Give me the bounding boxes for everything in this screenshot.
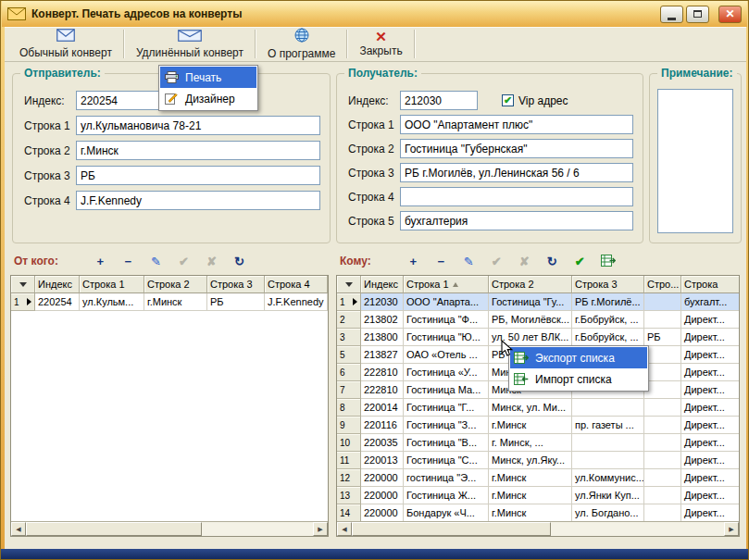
grid-cell[interactable] xyxy=(644,399,681,417)
grid-cell[interactable]: Минск, ул.Яку... xyxy=(489,452,572,469)
grid-cell[interactable]: 220000 xyxy=(361,504,404,521)
field-input[interactable] xyxy=(76,116,320,135)
grid-cell[interactable]: Директ... xyxy=(681,311,739,329)
grid-cell[interactable]: 220000 xyxy=(361,487,404,504)
grid-cell[interactable]: Гостиница "В... xyxy=(404,434,489,452)
scroll-track[interactable] xyxy=(26,522,313,536)
grid-cell[interactable]: г.Минск xyxy=(489,417,572,434)
scroll-left-button[interactable]: ◀ xyxy=(11,522,26,536)
grid-cell[interactable]: г.Минск xyxy=(489,487,572,504)
column-header[interactable]: Индекс xyxy=(35,276,80,293)
column-header[interactable]: Строка 2 xyxy=(144,276,207,293)
grid-cell[interactable] xyxy=(644,346,681,364)
column-header[interactable]: Строка 4 xyxy=(265,276,328,293)
export-tool-icon[interactable] xyxy=(601,255,615,268)
grid-cell[interactable] xyxy=(644,381,681,399)
grid-cell[interactable] xyxy=(644,311,681,329)
grid-cell[interactable]: г. Минск, ... xyxy=(489,434,572,452)
grid-cell[interactable]: Директ... xyxy=(681,452,739,469)
sender-index-input[interactable] xyxy=(76,91,169,110)
grid-row[interactable]: 8220014Гостиница "Г...Минск, ул. Ми...Ди… xyxy=(337,399,739,417)
grid-cell[interactable]: Директ... xyxy=(681,434,739,452)
grid-cell[interactable]: ул.Кульм... xyxy=(80,293,144,311)
grid-cell[interactable]: Директ... xyxy=(681,364,739,381)
menu-item[interactable]: Печать xyxy=(160,67,256,88)
grid-row[interactable]: 11220013Гостиница "С...Минск, ул.Яку...Д… xyxy=(337,452,739,469)
grid-cell[interactable]: 212030 xyxy=(361,293,404,311)
apply-tool-icon[interactable]: ✔ xyxy=(573,255,587,268)
grid-cell[interactable]: РБ xyxy=(207,293,265,311)
grid-cell[interactable]: РБ г.Могилё... xyxy=(572,293,644,311)
grid-cell[interactable] xyxy=(644,452,681,469)
menu-item[interactable]: Экспорт списка xyxy=(510,347,647,368)
to-grid[interactable]: ИндексСтрока 1Строка 2Строка 3Стро...Стр… xyxy=(336,275,740,537)
exit-button[interactable]: ✕ Закрыть xyxy=(350,28,411,60)
grid-cell[interactable]: РБ xyxy=(644,329,681,346)
scroll-left-button[interactable]: ◀ xyxy=(337,522,352,536)
field-input[interactable] xyxy=(400,211,633,230)
grid-row[interactable]: 10220035Гостиница "В...г. Минск, ...Дире… xyxy=(337,434,739,452)
grid-cell[interactable] xyxy=(644,487,681,504)
cancel-tool-icon[interactable]: ✘ xyxy=(518,255,531,268)
grid-cell[interactable]: Гостиница "З... xyxy=(404,417,489,434)
column-header[interactable]: Строка 1 xyxy=(80,276,144,293)
grid-cell[interactable]: ул.Янки Куп... xyxy=(572,487,644,504)
from-grid[interactable]: ИндексСтрока 1Строка 2Строка 3Строка 412… xyxy=(10,275,329,537)
grid-cell[interactable]: ОАО «Отель ... xyxy=(404,346,489,364)
grid-cell[interactable]: ООО "Апарта... xyxy=(404,293,489,311)
scroll-thumb[interactable] xyxy=(352,522,551,536)
grid-cell[interactable]: ул.Коммунис... xyxy=(572,469,644,487)
note-memo[interactable] xyxy=(657,89,733,233)
field-input[interactable] xyxy=(76,141,320,160)
grid-cell[interactable]: Гостиница "Ф... xyxy=(404,311,489,329)
minimize-button[interactable] xyxy=(660,6,683,23)
remove-tool-icon[interactable]: − xyxy=(434,255,448,268)
grid-row[interactable]: 1220254ул.Кульм...г.МинскРБJ.F.Kennedy xyxy=(11,293,328,311)
grid-cell[interactable]: г.Минск xyxy=(489,504,572,521)
grid-row[interactable]: 2213802Гостиница "Ф...РБ, Могилёвск...г.… xyxy=(337,311,739,329)
normal-envelope-button[interactable]: Обычный конверт xyxy=(10,28,121,60)
grid-cell[interactable]: Директ... xyxy=(681,487,739,504)
grid-cell[interactable]: 220013 xyxy=(361,452,404,469)
grid-cell[interactable]: 220116 xyxy=(361,417,404,434)
grid-cell[interactable]: пр. газеты ... xyxy=(572,417,644,434)
confirm-tool-icon[interactable]: ✔ xyxy=(177,255,191,268)
grid-cell[interactable]: Директ... xyxy=(681,399,739,417)
grid-cell[interactable]: 222810 xyxy=(361,381,404,399)
grid-cell[interactable] xyxy=(572,399,644,417)
grid-cell[interactable] xyxy=(572,452,644,469)
column-header[interactable]: Стро... xyxy=(644,276,681,293)
grid-cell[interactable]: гостиница "Э... xyxy=(404,469,489,487)
grid-cell[interactable]: J.F.Kennedy xyxy=(265,293,328,311)
grid-cell[interactable]: Бондарук «Ч... xyxy=(404,504,489,521)
column-header[interactable]: Индекс xyxy=(361,276,404,293)
grid-cell[interactable] xyxy=(644,504,681,521)
field-input[interactable] xyxy=(76,166,320,185)
grid-cell[interactable]: 213800 xyxy=(361,329,404,346)
grid-cell[interactable]: 222810 xyxy=(361,364,404,381)
field-input[interactable] xyxy=(400,187,633,206)
grid-cell[interactable]: Гостиница «У... xyxy=(404,364,489,381)
grid-cell[interactable] xyxy=(644,293,681,311)
grid-cell[interactable]: Директ... xyxy=(681,504,739,521)
menu-item[interactable]: Импорт списка xyxy=(510,368,647,390)
grid-cell[interactable]: бухгалт... xyxy=(681,293,739,311)
refresh-tool-icon[interactable]: ↻ xyxy=(545,255,559,268)
grid-cell[interactable]: 220014 xyxy=(361,399,404,417)
edit-tool-icon[interactable]: ✎ xyxy=(462,255,476,268)
grid-cell[interactable]: Гостиница "С... xyxy=(404,452,489,469)
column-header[interactable]: Строка 1 xyxy=(404,276,489,293)
grid-cell[interactable]: 220000 xyxy=(361,469,404,487)
grid-filter-button[interactable] xyxy=(11,276,35,293)
grid-cell[interactable]: г.Бобруйск, ... xyxy=(572,311,644,329)
grid-cell[interactable]: Гостиница "Гу... xyxy=(489,293,572,311)
grid-cell[interactable]: РБ, Могилёвск... xyxy=(489,311,572,329)
checkbox-checked-icon[interactable]: ✔ xyxy=(502,94,514,106)
field-input[interactable] xyxy=(400,139,633,158)
grid-cell[interactable]: 220035 xyxy=(361,434,404,452)
grid-cell[interactable]: Директ... xyxy=(681,417,739,434)
grid-cell[interactable] xyxy=(644,417,681,434)
grid-row[interactable]: 3213800Гостиница "Ю...ул. 50 лет ВЛК...г… xyxy=(337,329,739,346)
edit-tool-icon[interactable]: ✎ xyxy=(149,255,163,268)
vip-address-checkbox[interactable]: ✔ Vip адрес xyxy=(502,94,568,107)
